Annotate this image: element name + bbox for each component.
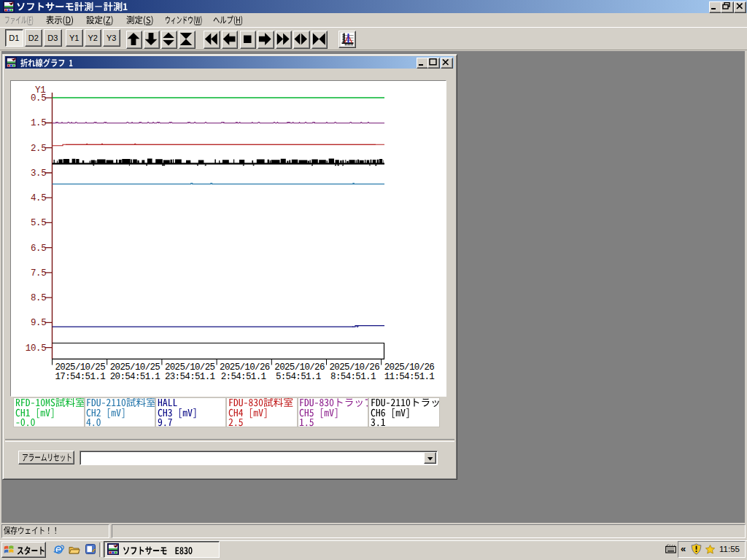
svg-text:11:54:51.1: 11:54:51.1 [384,372,435,382]
svg-text:1.5: 1.5 [31,118,47,128]
svg-text:5.5: 5.5 [31,218,47,228]
svg-text:2025/10/26: 2025/10/26 [330,362,380,373]
svg-text:20:54:51.1: 20:54:51.1 [110,372,160,382]
svg-text:6.5: 6.5 [31,244,47,254]
svg-text:2025/10/25: 2025/10/25 [55,362,106,373]
svg-text:3.5: 3.5 [31,168,47,179]
svg-text:2025/10/26: 2025/10/26 [220,362,270,373]
svg-text:2:54:51.1: 2:54:51.1 [221,372,266,382]
svg-text:23:54:51.1: 23:54:51.1 [165,372,215,382]
svg-text:10.5: 10.5 [26,343,47,354]
svg-text:2025/10/26: 2025/10/26 [274,362,325,373]
svg-text:2025/10/25: 2025/10/25 [165,362,215,373]
svg-text:7.5: 7.5 [31,268,47,279]
svg-text:2025/10/26: 2025/10/26 [384,362,435,373]
svg-text:8.5: 8.5 [31,293,47,303]
svg-text:2.5: 2.5 [31,144,47,154]
svg-text:5:54:51.1: 5:54:51.1 [276,372,321,382]
svg-text:9.5: 9.5 [31,318,47,328]
svg-text:8:54:51.1: 8:54:51.1 [330,372,376,382]
svg-text:Y1: Y1 [35,85,45,96]
svg-text:2025/10/25: 2025/10/25 [110,362,160,373]
svg-text:17:54:51.1: 17:54:51.1 [55,372,106,382]
svg-text:4.5: 4.5 [31,193,47,203]
